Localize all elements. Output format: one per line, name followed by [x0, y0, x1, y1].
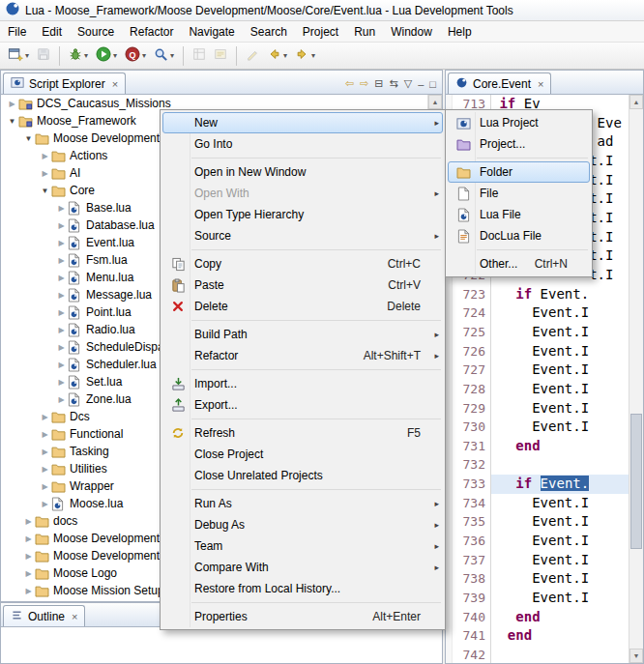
- close-icon[interactable]: ×: [112, 78, 118, 90]
- expand-arrow-icon[interactable]: ▶: [55, 326, 68, 334]
- scroll-down-icon[interactable]: ▼: [629, 649, 643, 663]
- menu-item-project[interactable]: Project...: [448, 133, 590, 155]
- menu-item-run-as[interactable]: Run As▸: [162, 493, 443, 514]
- menu-refactor[interactable]: Refactor: [122, 22, 181, 42]
- expand-arrow-icon[interactable]: ▶: [55, 239, 68, 247]
- tab-script-explorer[interactable]: Script Explorer ×: [3, 72, 126, 94]
- menu-item-go-into[interactable]: Go Into: [162, 133, 443, 155]
- expand-arrow-icon[interactable]: ▶: [55, 361, 68, 369]
- menu-item-doclua-file[interactable]: DocLua File: [448, 225, 590, 246]
- menu-item-paste[interactable]: PasteCtrl+V: [162, 274, 443, 296]
- expand-arrow-icon[interactable]: ▶: [39, 465, 51, 474]
- debug-button[interactable]: ▾: [66, 44, 91, 67]
- menu-item-close-project[interactable]: Close Project: [162, 444, 443, 465]
- run-button[interactable]: ▾: [93, 44, 120, 67]
- menu-help[interactable]: Help: [440, 22, 480, 42]
- search-button[interactable]: ▾: [151, 44, 177, 67]
- expand-arrow-icon[interactable]: ▶: [39, 169, 51, 178]
- expand-arrow-icon[interactable]: ▶: [22, 569, 35, 578]
- collapse-all-icon[interactable]: ⊟: [374, 77, 383, 90]
- menu-item-import[interactable]: Import...: [162, 373, 443, 394]
- menu-item-lua-file[interactable]: Lua File: [448, 204, 590, 225]
- expand-arrow-icon[interactable]: ▶: [55, 343, 68, 352]
- menu-item-properties[interactable]: PropertiesAlt+Enter: [162, 606, 443, 627]
- editor-scrollbar[interactable]: ▲ ▼: [629, 95, 643, 663]
- view-menu-icon[interactable]: ▽: [404, 77, 412, 90]
- maximize-icon[interactable]: □: [429, 78, 436, 90]
- expand-arrow-icon[interactable]: ▶: [22, 552, 35, 561]
- menu-item-debug-as[interactable]: Debug As▸: [162, 514, 443, 535]
- tab-core-event[interactable]: Core.Event ×: [448, 72, 551, 94]
- menu-item-close-unrelated-projects[interactable]: Close Unrelated Projects: [162, 465, 443, 486]
- expand-arrow-icon[interactable]: ▶: [22, 587, 35, 595]
- outline-icon: [11, 609, 23, 624]
- expand-arrow-icon[interactable]: ▶: [55, 256, 68, 265]
- menu-project[interactable]: Project: [295, 22, 346, 42]
- expand-arrow-icon[interactable]: ▶: [39, 413, 51, 421]
- scroll-up-icon[interactable]: ▲: [629, 95, 643, 109]
- menu-run[interactable]: Run: [346, 22, 383, 42]
- menu-item-build-path[interactable]: Build Path▸: [162, 324, 443, 345]
- tab-outline[interactable]: Outline ×: [3, 605, 85, 626]
- menu-edit[interactable]: Edit: [34, 22, 70, 42]
- menu-item-refactor[interactable]: RefactorAlt+Shift+T▸: [162, 345, 443, 366]
- expand-arrow-icon[interactable]: ▶: [22, 534, 35, 543]
- code-token: Event.I: [491, 533, 589, 548]
- scroll-up-icon[interactable]: ▲: [428, 95, 442, 109]
- expand-arrow-icon[interactable]: ▶: [39, 500, 51, 508]
- tree-item-label: Fsm.lua: [84, 253, 128, 267]
- menu-item-source[interactable]: Source▸: [162, 225, 443, 246]
- folder-icon: [51, 428, 68, 441]
- back-icon[interactable]: ⇦: [345, 77, 354, 90]
- coverage-button[interactable]: Q▾: [122, 44, 149, 67]
- expand-arrow-icon[interactable]: ▶: [39, 482, 51, 491]
- menu-item-copy[interactable]: CopyCtrl+C: [162, 253, 443, 274]
- close-icon[interactable]: ×: [72, 611, 77, 622]
- minimize-icon[interactable]: ‒: [418, 78, 424, 90]
- expand-arrow-icon[interactable]: ▶: [55, 378, 68, 387]
- menu-window[interactable]: Window: [383, 22, 440, 42]
- menu-navigate[interactable]: Navigate: [181, 22, 242, 42]
- expand-arrow-icon[interactable]: ▶: [55, 204, 68, 213]
- link-with-editor-icon[interactable]: ⇆: [390, 77, 398, 90]
- menu-source[interactable]: Source: [70, 22, 122, 42]
- back-button[interactable]: ▾: [264, 44, 290, 67]
- new-wizard-button[interactable]: ▾: [5, 44, 32, 67]
- code-token: Event.I: [491, 361, 589, 377]
- menu-item-file[interactable]: File: [448, 183, 590, 204]
- menu-file[interactable]: File: [0, 22, 34, 42]
- expand-arrow-icon[interactable]: ▶: [55, 308, 68, 317]
- menu-item-delete[interactable]: DeleteDelete: [162, 296, 443, 317]
- forward-button[interactable]: ▾: [292, 44, 318, 67]
- menu-item-other[interactable]: Other...Ctrl+N: [448, 253, 590, 274]
- close-icon[interactable]: ×: [538, 78, 543, 90]
- menu-item-refresh[interactable]: RefreshF5: [162, 422, 443, 444]
- collapse-arrow-icon[interactable]: ▼: [22, 134, 35, 143]
- forward-icon[interactable]: ⇨: [360, 77, 368, 90]
- script-explorer-icon: [11, 75, 24, 92]
- menu-item-open-type-hierarchy[interactable]: Open Type Hierarchy: [162, 204, 443, 225]
- menu-item-label: Paste: [190, 278, 388, 292]
- menu-item-open-in-new-window[interactable]: Open in New Window: [162, 161, 443, 183]
- expand-arrow-icon[interactable]: ▶: [39, 152, 51, 160]
- collapse-arrow-icon[interactable]: ▼: [6, 117, 18, 126]
- scrollbar-thumb[interactable]: [630, 414, 642, 549]
- expand-arrow-icon[interactable]: ▶: [39, 430, 51, 439]
- expand-arrow-icon[interactable]: ▶: [55, 221, 68, 230]
- expand-arrow-icon[interactable]: ▶: [55, 395, 68, 404]
- expand-arrow-icon[interactable]: ▶: [55, 274, 68, 282]
- expand-arrow-icon[interactable]: ▶: [55, 291, 68, 300]
- menu-item-export[interactable]: Export...: [162, 394, 443, 416]
- expand-arrow-icon[interactable]: ▶: [6, 100, 18, 108]
- expand-arrow-icon[interactable]: ▶: [39, 447, 51, 456]
- collapse-arrow-icon[interactable]: ▼: [39, 187, 51, 195]
- menu-item-new[interactable]: New▸: [162, 112, 443, 133]
- menu-item-compare-with[interactable]: Compare With▸: [162, 557, 443, 578]
- menu-item-restore-from-local-history[interactable]: Restore from Local History...: [162, 578, 443, 599]
- menu-item-lua-project[interactable]: Lua Project: [448, 112, 590, 133]
- menu-item-folder[interactable]: Folder: [448, 161, 590, 183]
- expand-arrow-icon[interactable]: ▶: [22, 517, 35, 526]
- menu-item-team[interactable]: Team▸: [162, 535, 443, 557]
- menu-search[interactable]: Search: [243, 22, 295, 42]
- code-line: Event.I: [491, 532, 629, 551]
